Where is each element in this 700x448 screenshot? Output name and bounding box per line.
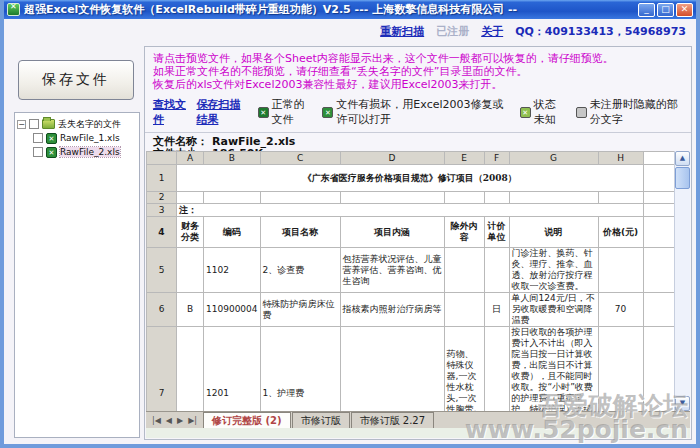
sheet-nav-icon[interactable]: ◀: [164, 416, 174, 425]
root-checkbox[interactable]: [29, 119, 39, 129]
grid-cell: C: [260, 152, 340, 165]
grid-cell: [643, 248, 674, 293]
sheet-nav-icon[interactable]: ▶|: [186, 416, 199, 425]
grid-cell: [177, 248, 204, 293]
row-number: 4: [147, 217, 177, 248]
file-checkbox[interactable]: [33, 147, 43, 157]
sheet-tab-bar: |◀◀▶▶| 修订完整版 (2)市修订版市修订版 2.27: [146, 411, 690, 428]
window-title: 超强Excel文件恢复软件（ExcelRebuild带碎片重组功能）V2.5 -…: [24, 2, 636, 17]
file-status-icon: ✕: [322, 107, 333, 118]
grid-cell: 指核素内照射治疗病房等: [340, 293, 444, 327]
grid-cell: 财务分类: [177, 217, 204, 248]
grid-cell: [643, 152, 674, 165]
grid-cell: [444, 192, 484, 204]
file-status-icon: ✕: [520, 107, 531, 118]
file-checkbox[interactable]: [33, 133, 43, 143]
grid-cell: 2、诊查费: [260, 248, 340, 293]
grid-cell: D: [340, 152, 444, 165]
close-button[interactable]: ✕: [676, 3, 693, 17]
excel-file-icon: ✕: [46, 147, 57, 158]
about-link[interactable]: 关于: [481, 24, 503, 39]
left-column: 保存文件 − 丢失名字的文件 ✕RawFile_1.xls✕RawFile_2.…: [10, 46, 142, 440]
grid-cell: 110900004: [204, 293, 261, 327]
sheet-tab-nav: |◀◀▶▶|: [146, 412, 203, 428]
maximize-button[interactable]: □: [657, 3, 674, 17]
sheet-tab[interactable]: 修订完整版 (2): [203, 412, 291, 428]
grid-cell: [484, 248, 509, 293]
grid-cell: 特殊防护病房床位费: [260, 293, 340, 327]
grid-cell: E: [444, 152, 484, 165]
legend-item: ✕文件有损坏，用Excel2003修复或许可以打开: [322, 97, 509, 127]
title-bar: 超强Excel文件恢复软件（ExcelRebuild带碎片重组功能）V2.5 -…: [4, 0, 696, 19]
grid-cell: 门诊注射、换药、针灸、理疗、推拿、血透、放射治疗按疗程收取一次诊查费。: [509, 248, 598, 293]
legend-item: 未注册时隐藏的部分文字: [576, 97, 683, 127]
grid-cell: F: [484, 152, 509, 165]
tree-collapse-icon[interactable]: −: [17, 120, 26, 129]
tree-root-label[interactable]: 丢失名字的文件: [58, 118, 121, 131]
grid-cell: [444, 293, 484, 327]
rescan-link[interactable]: 重新扫描: [380, 24, 424, 39]
tree-file-item[interactable]: ✕RawFile_2.xls: [17, 145, 137, 159]
file-name-label[interactable]: RawFile_2.xls: [60, 147, 120, 157]
grid-wrap: ABCDEFGH1《广东省医疗服务价格项目规范》修订项目（2008）23注：4财…: [146, 151, 674, 411]
scrollbar-thumb[interactable]: [675, 167, 690, 189]
registered-label: 已注册: [436, 24, 469, 39]
grid-cell: 项目内涵: [340, 217, 444, 248]
notice-text: 请点击预览文件，如果各个Sheet内容能显示出来，这个文件一般都可以恢复的，请仔…: [145, 47, 691, 93]
grid-cell: 日: [484, 293, 509, 327]
notice-line-3: 恢复后的xls文件对Excel2003兼容性最好，建议用Excel2003来打开…: [153, 78, 683, 91]
legend-item: ✕状态未知: [520, 97, 566, 127]
grid-cell: 计价单位: [484, 217, 509, 248]
file-status-icon: ✕: [258, 107, 269, 118]
grid-cell: G: [509, 152, 598, 165]
file-tree-panel[interactable]: − 丢失名字的文件 ✕RawFile_1.xls✕RawFile_2.xls: [14, 112, 140, 438]
grid-cell: 单人间124元/日，不另收取暖费和空调降温费: [509, 293, 598, 327]
grid-cell: [444, 248, 484, 293]
scroll-down-icon[interactable]: ▼: [675, 396, 690, 411]
minimize-button[interactable]: _: [638, 3, 655, 17]
vertical-scrollbar[interactable]: ▲ ▼: [674, 151, 690, 411]
grid-cell: [204, 192, 261, 204]
file-name-label[interactable]: RawFile_1.xls: [60, 133, 120, 143]
legend-label: 状态未知: [534, 97, 566, 127]
grid-cell: 1102: [204, 248, 261, 293]
grid-cell: A: [177, 152, 204, 165]
scroll-up-icon[interactable]: ▲: [675, 151, 690, 166]
notice-line-1: 请点击预览文件，如果各个Sheet内容能显示出来，这个文件一般都可以恢复的，请仔…: [153, 52, 683, 65]
sheet-tab[interactable]: 市修订版 2.27: [351, 412, 434, 428]
preview-panel: 请点击预览文件，如果各个Sheet内容能显示出来，这个文件一般都可以恢复的，请仔…: [144, 46, 692, 440]
top-toolbar: 重新扫描 已注册 关于 QQ：409133413，54968973: [4, 19, 696, 43]
app-icon: [7, 3, 20, 16]
grid-cell: 1201: [204, 327, 261, 412]
sheet-nav-icon[interactable]: ▶: [175, 416, 185, 425]
row-number: 5: [147, 248, 177, 293]
tree-file-item[interactable]: ✕RawFile_1.xls: [17, 131, 137, 145]
sheet-nav-icon[interactable]: |◀: [150, 416, 163, 425]
grid-cell: [643, 217, 674, 248]
grid-cell: [484, 327, 509, 412]
notice-line-2: 如果正常文件名的不能预览，请仔细查看“丢失名字的文件”目录里面的文件。: [153, 65, 683, 78]
sheet-tab[interactable]: 市修订版: [292, 412, 350, 428]
grid-cell: 按日收取的各项护理费计入不计出（即入院当日按一日计算收费，出院当日不计算收费），…: [509, 327, 598, 412]
save-scan-result-link[interactable]: 保存扫描结果: [196, 97, 249, 127]
grid-cell: [598, 248, 643, 293]
app-window: 超强Excel文件恢复软件（ExcelRebuild带碎片重组功能）V2.5 -…: [0, 0, 700, 448]
grid-header-row: ABCDEFGH: [147, 152, 675, 165]
grid-cell: 包括营养状况评估、儿童营养评估、营养咨询、优生咨询: [340, 248, 444, 293]
grid-cell: 药物、特殊仪器,一次性水枕头,一次性胸带,一次性腹带: [444, 327, 484, 412]
save-files-button[interactable]: 保存文件: [18, 60, 134, 100]
grid-cell: 说明: [509, 217, 598, 248]
grid-cell: 70: [598, 293, 643, 327]
legend-item: ✕正常的文件: [258, 97, 313, 127]
row-number: 2: [147, 192, 177, 204]
tree-root-row[interactable]: − 丢失名字的文件: [17, 117, 137, 131]
grid-cell: 编码: [204, 217, 261, 248]
legend-label: 正常的文件: [272, 97, 313, 127]
legend-row: 查找文件 保存扫描结果 ✕正常的文件✕文件有损坏，用Excel2003修复或许可…: [145, 93, 691, 133]
find-file-link[interactable]: 查找文件: [153, 97, 188, 127]
grid-cell: [340, 192, 444, 204]
status-strip: [146, 428, 690, 438]
grid-cell: [177, 192, 204, 204]
grid-cell: [509, 192, 598, 204]
grid-cell: [643, 165, 674, 192]
